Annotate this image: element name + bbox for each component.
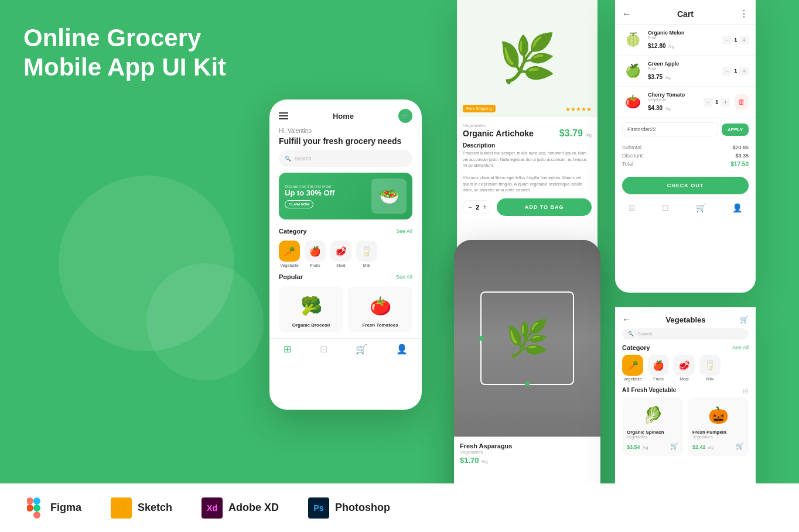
search-bar[interactable]: 🔍 Search [279,150,412,167]
checkout-button[interactable]: CHECK OUT [622,177,749,194]
apple-qty-increase[interactable]: + [739,67,749,75]
product-name: Organic Artichoke [463,129,534,138]
scanner-category: Vegetables [460,449,595,455]
tomato-qty-decrease[interactable]: − [704,98,713,107]
cart-item-apple: 🍏 Green Apple Fruit $3.75 /kg − 1 + [615,56,756,87]
barcode-nav-icon[interactable]: ⊡ [320,344,327,355]
free-shipping-badge: Free Shipping [463,105,496,112]
cat-meat[interactable]: 🥩 Meat [330,241,351,267]
phone-home-screen: Home 🛒 Hi, Valentino Fulfill your fresh … [269,99,422,410]
product-price: $3.79 [559,128,583,138]
veg-cat-milk[interactable]: 🥛 Milk [699,355,721,381]
tomatoes-name: Fresh Tomatoes [362,322,398,328]
svg-point-0 [33,497,40,504]
claim-button[interactable]: CLAIM NOW [285,200,313,208]
home-nav-icon[interactable]: ⊞ [284,344,291,355]
popular-tomatoes[interactable]: 🍅 Fresh Tomatoes [348,286,412,332]
add-to-bag-button[interactable]: ADD TO BAG [497,198,592,216]
home-nav[interactable]: ⊞ [629,203,636,212]
scanner-image: 🌿 [454,240,600,437]
svg-marker-5 [115,503,127,513]
xd-icon: Xd [202,497,223,519]
search-placeholder: Search [295,156,312,162]
tomato-qty-control[interactable]: − 1 + [704,98,730,107]
svg-point-1 [33,504,40,512]
melon-qty-decrease[interactable]: − [722,36,732,44]
melon-price: $12.80 [648,43,666,49]
veg-category-list: 🥕 Vegetable 🍎 Fruits 🥩 Meat 🥛 Milk [615,352,756,383]
tomato-qty-increase[interactable]: + [721,98,730,107]
cat-vegetable[interactable]: 🥕 Vegetable [279,241,300,267]
milk-icon: 🥛 [356,241,377,262]
veg-see-all[interactable]: See All [732,345,749,351]
popular-broccoli[interactable]: 🥦 Organic Broccoli [279,286,343,332]
coupon-input[interactable] [622,122,718,136]
veg-vegetable-icon: 🥕 [622,355,643,376]
cat-milk[interactable]: 🥛 Milk [356,241,377,267]
melon-name: Organic Melon [648,30,718,36]
tomatoes-icon: 🍅 [370,291,391,320]
melon-qty-control[interactable]: − 1 + [722,36,749,44]
subtotal-value: $20.85 [732,145,749,150]
photoshop-tool: Ps Photoshop [308,497,390,519]
promo-big-text: Up to 30% Off [285,188,371,197]
hamburger-menu[interactable] [279,112,288,119]
cart-nav-icon[interactable]: 🛒 [356,344,367,355]
veg-cat-meat[interactable]: 🥩 Meat [674,355,695,381]
apply-coupon-button[interactable]: APPLY [722,123,749,136]
category-label: Category [279,228,307,235]
pumpkin-icon: 🎃 [692,402,744,428]
svg-point-2 [33,512,40,519]
qty-increase[interactable]: + [483,203,487,211]
cat-fruits[interactable]: 🍎 Fruits [305,241,326,267]
scanner-price: $1.70 [460,456,479,465]
veg-cat-vegetable[interactable]: 🥕 Vegetable [622,355,643,381]
apple-qty-control[interactable]: − 1 + [722,67,749,75]
popular-see-all[interactable]: See All [396,274,412,280]
apple-icon: 🍏 [622,60,643,81]
discount-value: $3.35 [735,153,749,159]
spinach-add-button[interactable]: 🛒 [670,442,678,450]
cart-back-button[interactable]: ← [622,9,631,19]
product-price-unit: /kg [585,132,592,138]
qty-decrease[interactable]: − [468,203,472,211]
cart-more-button[interactable]: ⋮ [739,8,749,19]
category-list: 🥕 Vegetable 🍎 Fruits 🥩 Meat 🥛 Milk [269,237,422,271]
veg-category-label: Category [622,344,650,351]
grid-view-icon[interactable]: ⊞ [743,387,749,395]
vegetable-icon: 🥕 [279,241,300,262]
cart-bottom-nav: ⊞ ⊡ 🛒 👤 [615,198,756,217]
scanner-price-unit: /kg [482,459,488,464]
profile-nav-icon[interactable]: 👤 [396,344,408,355]
veg-cart-icon[interactable]: 🛒 [740,315,749,324]
barcode-nav[interactable]: ⊡ [662,203,669,212]
total-value: $17.50 [730,161,749,167]
tomato-delete-button[interactable]: 🗑 [735,94,749,109]
veg-search-bar[interactable]: 🔍 Search [622,328,749,339]
pumpkin-category: Vegetables [692,435,744,439]
description-title: Description [463,142,592,149]
subtotal-label: Subtotal [622,145,641,150]
profile-nav[interactable]: 👤 [732,203,742,212]
scanner-frame [480,291,574,385]
apple-unit: /kg [665,75,670,80]
veg-back-button[interactable]: ← [622,314,631,325]
veg-cat-fruits[interactable]: 🍎 Fruits [648,355,669,381]
cart-nav-active[interactable]: 🛒 [696,203,706,212]
melon-cat: Fruit [648,36,718,40]
product-image: 🌿 Free Shipping ★★★★★ [457,0,597,117]
promo-banner[interactable]: Discount on the first order Up to 30% Of… [279,173,412,219]
veg-pumpkin-card[interactable]: 🎃 Fresh Pumpkin Vegetables $2.42 /kg 🛒 [688,397,749,456]
adobe-xd-label: Adobe XD [228,502,279,514]
qty-value: 2 [476,204,479,211]
hero-title: Online Grocery Mobile App UI Kit [23,23,226,83]
veg-title: Vegetables [666,315,706,324]
pumpkin-add-button[interactable]: 🛒 [736,442,744,450]
quantity-control[interactable]: − 2 + [463,200,492,214]
veg-spinach-card[interactable]: 🥬 Organic Spinach Vegetables $3.54 /kg 🛒 [622,397,683,456]
melon-qty-increase[interactable]: + [739,36,749,44]
apple-qty-decrease[interactable]: − [722,67,732,75]
category-see-all[interactable]: See All [396,228,412,234]
cart-item-melon: 🍈 Organic Melon Fruit $12.80 /kg − 1 + [615,25,756,56]
cart-icon[interactable]: 🛒 [398,109,412,123]
